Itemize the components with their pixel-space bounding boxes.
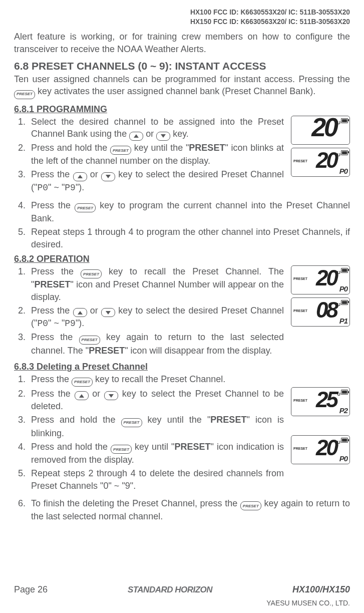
text: key. [170,129,189,139]
battery-icon [341,268,348,273]
p9-code: P9 [65,319,76,329]
section-6-8-2-title: 6.8.2 OPERATION [14,254,350,264]
op-step-2: Press the or key to select the desired P… [28,304,284,330]
text: To finish the deleting the Preset Channe… [31,498,240,508]
preset-word: PRESET [175,442,211,452]
del-step-6: To finish the deleting the Preset Channe… [28,497,350,523]
section-6-8-desc-b: key activates the user assigned channel … [35,86,315,96]
section-6-8-desc-a: Ten user assigned channels can be progra… [14,74,350,84]
preset-indicator: PRESET [293,309,307,313]
text: Press the [31,389,75,399]
lcd-display: U 20 [291,116,350,145]
channel-number: 08 [306,299,336,321]
preset-key-icon: PRESET [111,445,132,454]
preset-number: P0 [339,167,347,175]
preset-number: P2 [339,406,347,415]
section-6-8-3-title: 6.8.3 Deleting a Preset Channel [14,362,350,372]
preset-key-icon: PRESET [14,90,35,99]
channel-number: 20 [306,149,336,171]
up-key-icon [75,391,89,400]
u-indicator: U [337,392,341,397]
text: key until the " [131,143,189,153]
text: Press the [31,266,81,276]
text: key to recall the Preset Channel. [93,374,225,384]
preset-indicator: PRESET [293,277,307,280]
lcd-display: U PRESET 20 P0 [291,148,350,177]
down-key-icon [101,172,115,181]
company-name: YAESU MUSEN CO., LTD. [266,599,350,607]
model-name: HX100/HX150 [292,584,350,595]
lcd-display: U PRESET 20 P0 [291,265,350,294]
del-step-1: Press the PRESET key to recall the Prese… [28,373,284,387]
programming-steps: Select the desired channel to be assigne… [14,116,284,195]
intro-paragraph: Alert feature is working, or for trainin… [14,31,350,55]
section-6-8-title: 6.8 PRESET CHANNELS (0 ~ 9): INSTANT ACC… [14,60,350,72]
programming-lcd-stack: U 20 U PRESET 20 P0 [291,116,350,195]
text: Press the [31,200,75,210]
down-key-icon [156,132,170,141]
text: "). [76,182,84,192]
op-step-3: Press the PRESET key again to return to … [28,331,284,357]
u-indicator: U [337,152,341,157]
battery-icon [341,150,348,155]
prog-step-1: Select the desired channel to be assigne… [28,116,284,141]
fcc-line-2: HX150 FCC ID: K6630563X20/ IC: 511B-3056… [14,18,350,27]
channel-number: 25 [306,389,336,411]
text: Press the [31,305,73,316]
prog-step-5: Repeat steps 1 through 4 to program the … [28,226,350,251]
u-indicator: U [337,440,341,445]
u-indicator: U [337,302,341,307]
p0-code: P0 [37,319,48,329]
del-step-3: Press and hold the PRESET key until the … [28,414,284,439]
brand-logo: STANDARD HORIZON [128,585,212,595]
prog-step-4: Press the PRESET key to program the curr… [28,199,350,225]
text: or [87,169,102,179]
up-key-icon [73,172,87,181]
text: Press and hold the [31,442,111,452]
up-key-icon [129,132,143,141]
section-6-8-desc: Ten user assigned channels can be progra… [14,73,350,99]
preset-key-icon: PRESET [79,336,100,345]
prog-step-3: Press the or key to select the desired P… [28,168,284,194]
lcd-display: U PRESET 08 P1 [291,297,350,327]
op-step-1: Press the PRESET key to recall the Prese… [28,265,284,303]
text: or [89,389,104,399]
text: Press and hold the [31,415,121,425]
text: " icon will disappear from the display. [125,346,272,356]
preset-number: P0 [339,454,347,463]
down-key-icon [101,308,115,317]
text: " ~ " [48,182,65,192]
text: " ~ " [48,318,65,328]
deleting-lcd-stack: U PRESET 25 P2 U PRESET 20 P0 [291,373,350,493]
operation-steps: Press the PRESET key to recall the Prese… [14,265,284,358]
preset-key-icon: PRESET [110,146,131,155]
preset-word: PRESET [34,279,70,289]
battery-icon [341,438,348,443]
prog-step-2: Press and hold the PRESET key until the … [28,142,284,167]
p9-code: P9 [65,183,76,193]
text: key until " [132,442,174,452]
del-step-2: Press the or key to select the Preset Ch… [28,388,284,413]
channel-number: 20 [306,437,336,459]
lcd-display: U PRESET 25 P2 [291,387,350,416]
text: "). [76,318,84,328]
preset-key-icon: PRESET [72,378,93,387]
page-number: Page 26 [14,584,48,595]
battery-icon [341,390,348,395]
text: Press the [31,169,73,179]
text: or [87,305,102,316]
channel-number: 20 [294,116,336,140]
down-key-icon [104,391,118,400]
deleting-steps: Press the PRESET key to recall the Prese… [14,373,284,493]
preset-number: P0 [339,284,347,293]
text: Press and hold the [31,143,110,153]
del-step-5: Repeat steps 2 through 4 to delete the d… [28,467,284,492]
fcc-line-1: HX100 FCC ID: K6630553X20/ IC: 511B-3055… [14,8,350,18]
text: Press the [31,374,72,384]
preset-key-icon: PRESET [121,418,142,427]
battery-icon [341,300,348,305]
programming-steps-cont: Press the PRESET key to program the curr… [14,199,350,251]
deleting-steps-cont: To finish the deleting the Preset Channe… [14,497,350,523]
u-indicator: U [337,120,341,125]
preset-number: P1 [339,317,347,325]
